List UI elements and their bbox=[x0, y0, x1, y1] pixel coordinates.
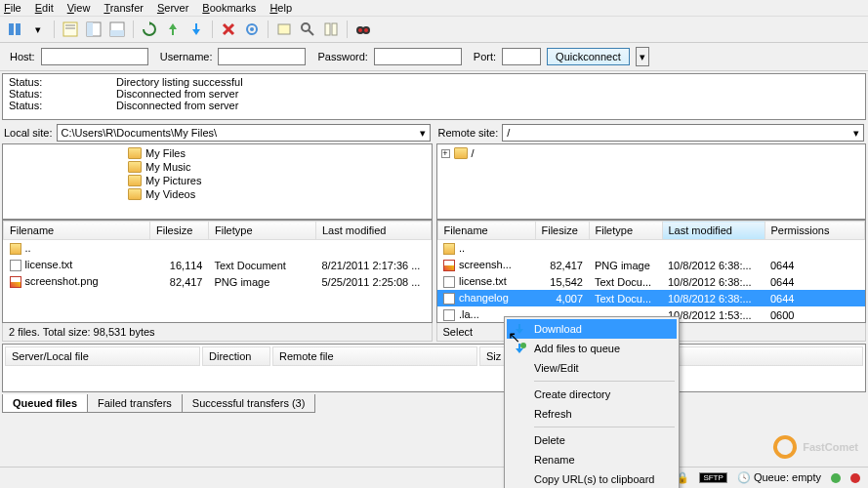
queue-tabs: Queued files Failed transfers Successful… bbox=[2, 394, 866, 413]
context-menu: Download Add files to queue View/Edit Cr… bbox=[504, 316, 680, 488]
menu-delete[interactable]: Delete bbox=[507, 430, 677, 450]
local-site-label: Local site: bbox=[4, 127, 53, 139]
menu-edit[interactable]: Edit bbox=[35, 2, 54, 14]
disconnect-button[interactable] bbox=[218, 19, 239, 40]
sitemanager-dropdown[interactable]: ▾ bbox=[27, 19, 49, 40]
cursor-icon: ↖ bbox=[508, 328, 520, 346]
tree-expander[interactable]: + bbox=[441, 149, 450, 158]
search-button[interactable] bbox=[297, 19, 318, 40]
col-server-local[interactable]: Server/Local file bbox=[5, 346, 200, 366]
status-label: Status: bbox=[9, 88, 87, 100]
svg-rect-6 bbox=[87, 22, 93, 36]
svg-point-17 bbox=[302, 23, 310, 31]
menu-server[interactable]: Server bbox=[157, 2, 188, 14]
menubar: File Edit View Transfer Server Bookmarks… bbox=[0, 0, 868, 17]
host-input[interactable] bbox=[41, 48, 148, 65]
table-row[interactable]: .. bbox=[4, 240, 432, 258]
toolbar: ▾ bbox=[0, 17, 868, 43]
svg-line-18 bbox=[309, 30, 313, 35]
table-row[interactable]: changelog4,007Text Docu...10/8/2012 6:38… bbox=[437, 290, 865, 306]
local-path-combo[interactable]: C:\Users\R\Documents\My Files\▾ bbox=[57, 124, 431, 142]
col-filesize[interactable]: Filesize bbox=[150, 222, 209, 240]
remote-path-combo[interactable]: /▾ bbox=[502, 124, 864, 142]
image-file-icon bbox=[10, 276, 21, 288]
filter-button[interactable] bbox=[273, 19, 295, 40]
svg-marker-10 bbox=[169, 23, 177, 35]
port-input[interactable] bbox=[502, 48, 541, 65]
status-dot-green bbox=[831, 473, 841, 483]
menu-refresh[interactable]: Refresh bbox=[507, 404, 677, 424]
col-remote-file[interactable]: Remote file bbox=[272, 346, 477, 366]
refresh-button[interactable] bbox=[139, 19, 160, 40]
svg-point-23 bbox=[358, 28, 362, 32]
menu-download[interactable]: Download bbox=[507, 319, 677, 339]
col-filetype[interactable]: Filetype bbox=[209, 222, 316, 240]
tab-successful-transfers[interactable]: Successful transfers (3) bbox=[182, 394, 316, 413]
username-input[interactable] bbox=[218, 48, 306, 65]
svg-rect-16 bbox=[278, 24, 290, 34]
menu-file[interactable]: File bbox=[4, 2, 21, 14]
svg-rect-19 bbox=[325, 23, 330, 35]
table-row[interactable]: license.txt15,542Text Docu...10/8/2012 6… bbox=[437, 273, 865, 290]
folder-icon bbox=[443, 243, 455, 255]
col-filename[interactable]: Filename bbox=[437, 222, 535, 240]
text-file-icon bbox=[10, 260, 21, 271]
table-row[interactable]: license.txt16,114Text Document8/21/2011 … bbox=[4, 257, 432, 273]
status-label: Status: bbox=[9, 76, 87, 88]
queue-status: 🕓 Queue: empty bbox=[737, 471, 821, 484]
col-filetype[interactable]: Filetype bbox=[589, 222, 662, 240]
svg-rect-1 bbox=[16, 23, 21, 35]
toggle-log-button[interactable] bbox=[60, 19, 81, 40]
folder-icon bbox=[128, 147, 142, 159]
tab-failed-transfers[interactable]: Failed transfers bbox=[87, 394, 183, 413]
table-row[interactable]: screenshot.png82,417PNG image5/25/2011 2… bbox=[4, 273, 432, 290]
binoculars-button[interactable] bbox=[352, 19, 374, 40]
local-tree[interactable]: My Files My Music My Pictures My Videos bbox=[2, 143, 433, 220]
menu-view[interactable]: View bbox=[67, 2, 91, 14]
process-queue-button[interactable] bbox=[162, 19, 184, 40]
folder-icon bbox=[128, 175, 142, 186]
col-direction[interactable]: Direction bbox=[202, 346, 270, 366]
folder-icon bbox=[454, 147, 468, 159]
menu-copy-url[interactable]: Copy URL(s) to clipboard bbox=[507, 469, 677, 488]
transfer-queue[interactable]: Server/Local file Direction Remote file … bbox=[2, 344, 866, 392]
reconnect-button[interactable] bbox=[241, 19, 263, 40]
folder-icon bbox=[128, 188, 142, 200]
watermark-logo: FastComet bbox=[773, 435, 858, 459]
menu-transfer[interactable]: Transfer bbox=[103, 2, 144, 14]
quickconnect-dropdown[interactable]: ▾ bbox=[636, 47, 649, 66]
menu-bookmarks[interactable]: Bookmarks bbox=[202, 2, 256, 14]
col-filesize[interactable]: Filesize bbox=[535, 222, 589, 240]
local-file-list[interactable]: Filename Filesize Filetype Last modified… bbox=[2, 220, 433, 323]
remote-tree[interactable]: +/ bbox=[436, 143, 867, 220]
tab-queued-files[interactable]: Queued files bbox=[2, 394, 88, 413]
svg-rect-8 bbox=[110, 30, 124, 36]
menu-help[interactable]: Help bbox=[269, 2, 292, 14]
compare-button[interactable] bbox=[320, 19, 342, 40]
sitemanager-button[interactable] bbox=[4, 19, 25, 40]
toggle-queue-button[interactable] bbox=[106, 19, 128, 40]
password-input[interactable] bbox=[374, 48, 462, 65]
menu-view-edit[interactable]: View/Edit bbox=[507, 358, 677, 378]
menu-rename[interactable]: Rename bbox=[507, 450, 677, 469]
remote-file-list[interactable]: Filename Filesize Filetype Last modified… bbox=[436, 220, 867, 323]
col-filename[interactable]: Filename bbox=[4, 222, 150, 240]
quickconnect-button[interactable]: Quickconnect bbox=[547, 48, 630, 65]
remote-panel: Remote site: /▾ +/ Filename Filesize Fil… bbox=[436, 122, 867, 342]
col-modified[interactable]: Last modified bbox=[662, 222, 765, 240]
menu-create-directory[interactable]: Create directory bbox=[507, 385, 677, 404]
menu-add-to-queue[interactable]: Add files to queue bbox=[507, 339, 677, 358]
local-panel: Local site: C:\Users\R\Documents\My File… bbox=[2, 122, 433, 342]
cancel-button[interactable] bbox=[186, 19, 207, 40]
svg-marker-11 bbox=[192, 23, 200, 35]
status-message: Disconnected from server bbox=[116, 88, 238, 100]
table-row[interactable]: .. bbox=[437, 240, 865, 258]
svg-point-15 bbox=[250, 27, 254, 31]
col-permissions[interactable]: Permissions bbox=[765, 222, 865, 240]
svg-rect-2 bbox=[63, 22, 77, 36]
col-modified[interactable]: Last modified bbox=[316, 222, 432, 240]
text-file-icon bbox=[443, 276, 455, 288]
toggle-tree-button[interactable] bbox=[83, 19, 104, 40]
status-log[interactable]: Status:Directory listing successful Stat… bbox=[2, 73, 866, 120]
table-row[interactable]: screensh...82,417PNG image10/8/2012 6:38… bbox=[437, 257, 865, 273]
